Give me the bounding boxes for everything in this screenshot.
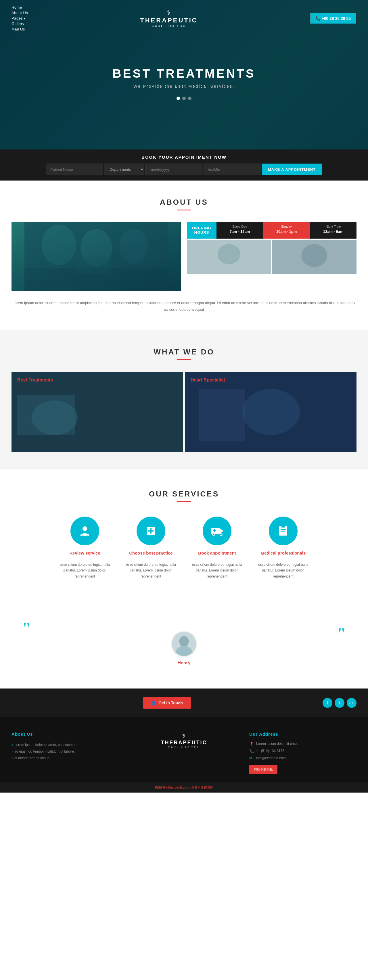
footer-address-text: Lorem ipsum dolor sit omet. <box>256 742 299 746</box>
about-surgery-image <box>11 222 181 291</box>
footer-address-col: Our Address 📍 Lorem ipsum dolor sit omet… <box>249 732 357 774</box>
twitter-icon[interactable]: t <box>335 698 344 708</box>
svg-rect-33 <box>280 531 285 531</box>
service-card-appointment: Book appointment esse cillum dolore eu f… <box>185 514 249 582</box>
testimonial-section: " " Henry <box>0 602 368 689</box>
oh-sunday: Sunday 10am - 1pm <box>263 222 310 239</box>
date-input[interactable] <box>145 164 202 175</box>
footer-about-item-3: et dolore magna aliqua. <box>11 755 119 762</box>
location-icon: 📍 <box>249 742 254 746</box>
nav-links: HomeAbout UsPages ▾GalleryMail Us <box>11 5 28 31</box>
nav-link-1[interactable]: About Us <box>11 11 28 15</box>
service-title-appointment: Book appointment <box>188 550 246 555</box>
svg-rect-31 <box>282 525 285 528</box>
service-divider-practice <box>145 558 157 558</box>
nav-link-2[interactable]: Pages ▾ <box>11 16 28 21</box>
brand-title: THERAPEUTIC <box>140 17 198 24</box>
svg-marker-25 <box>219 528 223 534</box>
facebook-icon[interactable]: f <box>323 698 332 708</box>
social-icons: f t g+ <box>323 698 357 708</box>
department-select[interactable]: Departments <box>104 164 144 175</box>
svg-point-3 <box>119 229 148 264</box>
watermark-bar: 初级码码/bbs.xlenlao.com免费不收费资网 <box>0 783 368 792</box>
what-grid: Best Treatments Heart Specialist <box>11 372 357 452</box>
nav-link-3[interactable]: Gallery <box>11 22 28 26</box>
service-divider-professionals <box>277 558 289 558</box>
nav-link-4[interactable]: Mail Us <box>11 27 28 31</box>
stethoscope-icon: ⚕ <box>140 9 198 17</box>
about-right-column: OPENINGHOURS Every Day 7am - 12am Sunday… <box>187 222 357 291</box>
about-thumbnails <box>187 240 357 291</box>
svg-rect-29 <box>213 530 216 531</box>
time-input[interactable] <box>204 164 260 175</box>
footer-about-title: About Us <box>11 732 119 737</box>
get-touch-button[interactable]: 👤 Get In Touch <box>143 697 191 709</box>
hero-content: BEST TREATMENTS We Provide the Best Medi… <box>112 67 256 100</box>
svg-point-1 <box>42 225 76 265</box>
oh-sunday-value: 10am - 1pm <box>266 229 307 234</box>
footer: About Us Lorem ipsum dolor sit amet, con… <box>0 717 368 783</box>
navigation: HomeAbout UsPages ▾GalleryMail Us ⚕ THER… <box>0 0 368 37</box>
oh-everyday-label: Every Day <box>219 225 261 228</box>
services-section: OUR SERVICES Review service esse cillum … <box>0 469 368 602</box>
service-icon-review <box>70 517 99 545</box>
about-thumb-2 <box>272 240 357 274</box>
svg-rect-16 <box>199 389 245 441</box>
svg-point-17 <box>83 527 87 531</box>
quote-right-icon: " <box>338 625 345 643</box>
about-text: Lorem ipsum dolor sit amet, consectetur … <box>11 299 357 313</box>
svg-point-8 <box>218 244 241 264</box>
svg-rect-23 <box>148 530 153 531</box>
person-icon: 👤 <box>151 701 156 705</box>
opening-hours-box: OPENINGHOURS Every Day 7am - 12am Sunday… <box>187 222 357 239</box>
footer-email-text: info@example.com <box>256 756 286 760</box>
phone-number: +00 28 28 28 85 <box>322 16 351 21</box>
doctor-icon <box>78 525 91 537</box>
svg-point-10 <box>301 244 327 267</box>
testimonial-name: Henry <box>11 660 357 665</box>
service-title-practice: Choose best practice <box>122 550 180 555</box>
footer-about-list: Lorem ipsum dolor sit amet, consectetur.… <box>11 742 119 761</box>
phone-icon: 📞 <box>316 16 320 21</box>
service-divider-review <box>79 558 91 558</box>
hero-title: BEST TREATMENTS <box>112 67 256 81</box>
service-icon-professionals <box>269 517 298 545</box>
brand-subtitle: CARE FOR YOU <box>140 24 198 28</box>
service-card-practice: Choose best practice esse cillum dolore … <box>119 514 183 582</box>
footer-stethoscope-icon: ⚕ <box>130 732 237 740</box>
what-title: WHAT WE DO <box>11 348 357 356</box>
what-card-treatments: Best Treatments <box>11 372 183 452</box>
patient-name-input[interactable] <box>46 164 103 175</box>
what-card-heart: Heart Specialist <box>185 372 357 452</box>
appointment-heading: BOOK YOUR APPOINTMENT NOW <box>11 155 357 159</box>
svg-rect-6 <box>76 256 111 274</box>
nav-link-0[interactable]: Home <box>11 5 28 10</box>
service-icon-appointment <box>203 517 231 545</box>
get-in-touch-section: 👤 Get In Touch f t g+ <box>0 689 368 717</box>
svg-point-13 <box>32 401 78 435</box>
service-text-professionals: esse cillum dolore eu fugiat nulla paria… <box>255 562 312 579</box>
appointment-bar: BOOK YOUR APPOINTMENT NOW Departments MA… <box>0 150 368 181</box>
services-title: OUR SERVICES <box>11 490 357 498</box>
service-title-professionals: Medical professionals <box>255 550 312 555</box>
clipboard-icon <box>277 525 290 537</box>
footer-address-email: ✉ info@example.com <box>249 756 357 760</box>
service-title-review: Review service <box>56 550 113 555</box>
make-appointment-button[interactable]: MAKE A APPOINTMENT <box>261 164 322 175</box>
hero-dot-3[interactable] <box>188 97 191 100</box>
service-icon-practice <box>137 517 165 545</box>
phone-button[interactable]: 📞 +00 28 28 28 85 <box>310 13 357 24</box>
footer-about-item-1: Lorem ipsum dolor sit amet, consectetur. <box>11 742 119 748</box>
download-button[interactable]: 前往下载模板 <box>249 765 277 774</box>
service-text-review: esse cillum dolore eu fugiat nulla paria… <box>56 562 113 579</box>
svg-rect-0 <box>24 222 168 291</box>
surgery-svg <box>11 222 181 291</box>
hero-dot-1[interactable] <box>177 97 180 100</box>
what-divider <box>177 360 191 360</box>
footer-address-location: 📍 Lorem ipsum dolor sit omet. <box>249 742 357 746</box>
footer-address-phone: 📞 +1 (512) 134 8176 <box>249 749 357 753</box>
googleplus-icon[interactable]: g+ <box>347 698 357 708</box>
svg-point-2 <box>81 229 112 266</box>
footer-phone-text: +1 (512) 134 8176 <box>256 749 284 753</box>
hero-dot-2[interactable] <box>182 97 186 100</box>
